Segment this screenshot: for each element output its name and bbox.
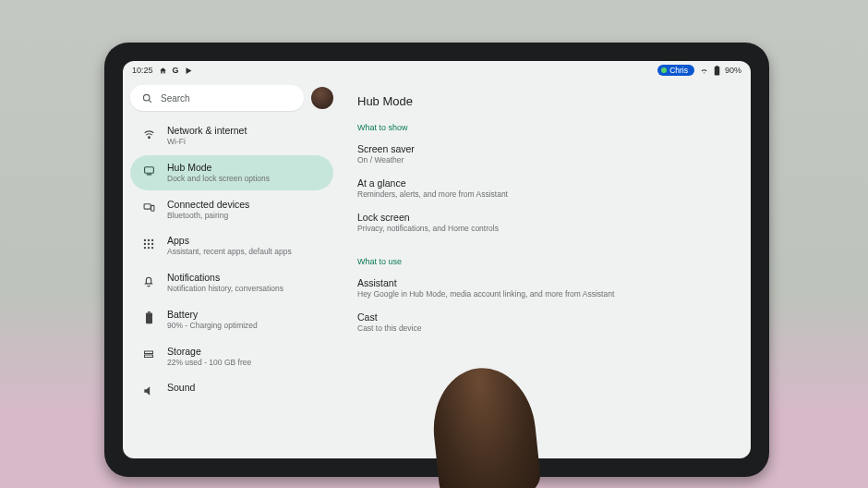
wifi-icon [141, 127, 156, 141]
sidebar-item-battery[interactable]: Battery 90% - Charging optimized [130, 302, 333, 337]
home-icon [159, 67, 167, 75]
svg-point-15 [144, 247, 146, 249]
svg-rect-5 [144, 167, 153, 174]
google-g-icon: G [173, 66, 179, 75]
search-icon [141, 92, 153, 104]
setting-sub: Privacy, notifications, and Home control… [357, 224, 727, 233]
sidebar-item-notifications[interactable]: Notifications Notification history, conv… [130, 265, 333, 300]
sidebar-item-network[interactable]: Network & internet Wi-Fi [130, 118, 333, 153]
svg-rect-18 [146, 312, 152, 323]
apps-icon [141, 237, 156, 251]
svg-point-16 [148, 247, 150, 249]
setting-screen-saver[interactable]: Screen saver On / Weather [356, 138, 729, 172]
svg-point-13 [148, 243, 150, 245]
svg-rect-1 [716, 66, 717, 67]
sidebar-item-label: Connected devices [167, 199, 249, 211]
sidebar-item-label: Notifications [167, 272, 283, 284]
sidebar-item-label: Storage [167, 346, 251, 358]
sidebar-item-label: Hub Mode [167, 162, 270, 174]
svg-point-17 [151, 247, 153, 249]
sidebar-item-sub: Wi-Fi [167, 137, 247, 147]
bell-icon [141, 274, 156, 288]
sidebar-item-sound[interactable]: Sound [130, 375, 333, 405]
sidebar-item-sub: 90% - Charging optimized [167, 321, 258, 331]
svg-point-11 [151, 239, 153, 241]
status-time: 10:25 [132, 66, 153, 75]
devices-icon [141, 201, 156, 215]
screen: 10:25 G Chris 9 [123, 61, 751, 458]
svg-point-14 [151, 243, 153, 245]
page-title: Hub Mode [357, 94, 729, 108]
sidebar-item-sub: Dock and lock screen options [167, 174, 270, 184]
sound-icon [141, 384, 156, 398]
svg-point-9 [144, 239, 146, 241]
search-input[interactable]: Search [130, 85, 304, 111]
setting-sub: On / Weather [357, 155, 727, 165]
svg-point-10 [148, 239, 150, 241]
setting-sub: Cast to this device [357, 323, 727, 333]
battery-icon [714, 66, 720, 76]
svg-rect-7 [144, 204, 151, 209]
sidebar-item-sub: 22% used - 100 GB free [167, 358, 251, 368]
setting-assistant[interactable]: Assistant Hey Google in Hub Mode, media … [356, 272, 729, 306]
settings-sidebar: Search Network & internet Wi-Fi [123, 79, 341, 458]
sidebar-item-apps[interactable]: Apps Assistant, recent apps, default app… [130, 228, 333, 263]
sidebar-item-connected-devices[interactable]: Connected devices Bluetooth, pairing [130, 192, 333, 227]
sidebar-item-hub-mode[interactable]: Hub Mode Dock and lock screen options [130, 155, 333, 190]
sidebar-item-sub: Assistant, recent apps, default apps [167, 247, 292, 257]
setting-cast[interactable]: Cast Cast to this device [356, 306, 729, 340]
setting-sub: Hey Google in Hub Mode, media account li… [357, 289, 727, 299]
svg-point-12 [144, 243, 146, 245]
svg-rect-21 [145, 355, 153, 358]
svg-point-4 [148, 136, 150, 138]
user-chip[interactable]: Chris [657, 65, 694, 76]
detail-pane: Hub Mode What to show Screen saver On / … [341, 79, 751, 458]
setting-title: Screen saver [357, 143, 727, 154]
hub-icon [141, 164, 156, 178]
avatar[interactable] [311, 87, 333, 109]
svg-rect-0 [715, 67, 720, 75]
storage-icon [141, 348, 156, 362]
section-label: What to use [357, 257, 729, 266]
setting-title: At a glance [357, 177, 727, 189]
svg-rect-20 [145, 351, 153, 354]
tablet-frame: 10:25 G Chris 9 [104, 43, 769, 477]
svg-line-3 [149, 100, 151, 103]
sidebar-item-storage[interactable]: Storage 22% used - 100 GB free [130, 339, 333, 374]
setting-sub: Reminders, alerts, and more from Assista… [357, 189, 727, 199]
battery-icon [141, 311, 156, 325]
sidebar-item-label: Sound [167, 382, 195, 394]
presence-dot-icon [661, 67, 667, 73]
search-placeholder: Search [161, 93, 190, 104]
setting-title: Cast [357, 311, 727, 323]
play-icon [185, 67, 193, 75]
sidebar-item-sub: Notification history, conversations [167, 284, 283, 294]
section-label: What to show [357, 123, 729, 132]
status-bar: 10:25 G Chris 9 [123, 61, 751, 79]
sidebar-item-label: Battery [167, 309, 258, 321]
battery-text: 90% [725, 66, 741, 75]
setting-title: Lock screen [357, 212, 727, 223]
svg-rect-8 [151, 205, 153, 211]
sidebar-item-sub: Bluetooth, pairing [167, 211, 249, 221]
svg-point-2 [143, 94, 150, 101]
setting-at-a-glance[interactable]: At a glance Reminders, alerts, and more … [356, 172, 729, 206]
svg-rect-19 [148, 311, 151, 312]
wifi-icon [699, 67, 709, 75]
sidebar-item-label: Network & internet [167, 125, 247, 137]
user-chip-label: Chris [669, 66, 688, 75]
sidebar-item-label: Apps [167, 235, 292, 247]
setting-lock-screen[interactable]: Lock screen Privacy, notifications, and … [356, 206, 729, 240]
setting-title: Assistant [357, 277, 727, 288]
